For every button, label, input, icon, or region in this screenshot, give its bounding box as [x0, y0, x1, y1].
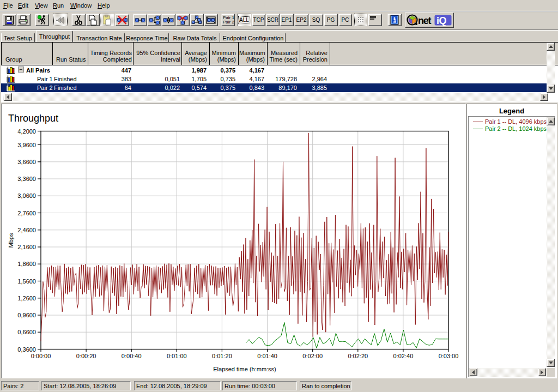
svg-text:4,2000: 4,2000 [17, 128, 36, 135]
svg-text:2,7600: 2,7600 [17, 210, 36, 216]
svg-text:Mbps: Mbps [8, 233, 14, 248]
svg-text:0,3600: 0,3600 [17, 346, 36, 353]
svg-text:1,5600: 1,5600 [17, 278, 36, 285]
svg-text:0:02:20: 0:02:20 [348, 353, 368, 359]
svg-text:0,9600: 0,9600 [17, 312, 36, 318]
svg-text:0:02:40: 0:02:40 [393, 353, 414, 359]
svg-text:3,9600: 3,9600 [17, 142, 36, 148]
svg-text:2,1600: 2,1600 [17, 244, 36, 250]
svg-text:0:00:40: 0:00:40 [122, 353, 142, 359]
svg-text:3,6600: 3,6600 [17, 159, 36, 165]
svg-text:net: net [418, 15, 432, 26]
svg-text:iQ: iQ [436, 15, 447, 26]
svg-text:1,8600: 1,8600 [17, 261, 36, 267]
svg-text:0:02:00: 0:02:00 [302, 353, 323, 359]
svg-text:0:03:00: 0:03:00 [439, 353, 459, 359]
svg-text:0:00:00: 0:00:00 [31, 353, 51, 359]
svg-text:0:01:20: 0:01:20 [212, 353, 232, 359]
svg-text:0:01:40: 0:01:40 [257, 353, 277, 359]
svg-text:0:00:20: 0:00:20 [76, 353, 96, 359]
svg-text:Elapsed time (h:mm:ss): Elapsed time (h:mm:ss) [213, 366, 276, 372]
svg-text:1,2600: 1,2600 [17, 295, 36, 301]
svg-text:2,4600: 2,4600 [17, 227, 36, 233]
svg-text:Throughput: Throughput [8, 113, 58, 124]
svg-text:3,3600: 3,3600 [17, 176, 36, 182]
svg-text:0,6600: 0,6600 [17, 329, 36, 335]
svg-text:3,0600: 3,0600 [17, 192, 36, 199]
svg-text:0:01:00: 0:01:00 [167, 353, 187, 359]
